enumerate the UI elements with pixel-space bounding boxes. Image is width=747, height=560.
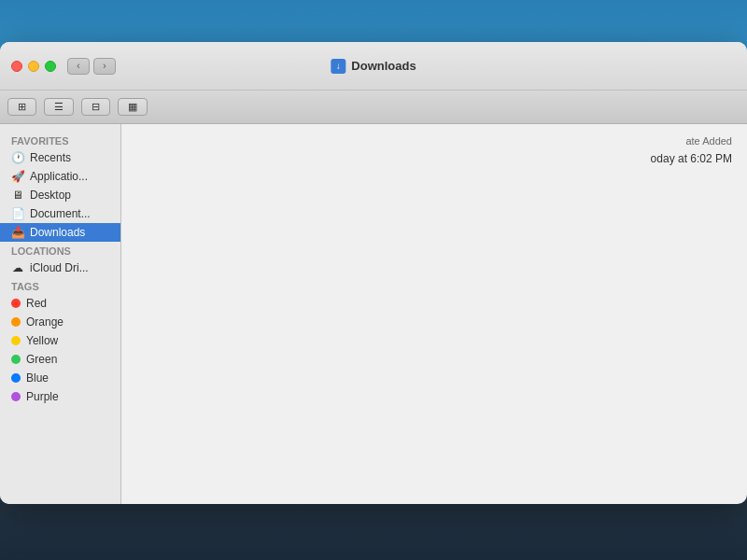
desktop-icon: 🖥 xyxy=(11,189,24,202)
finder-close-button[interactable] xyxy=(11,61,22,72)
finder-window: ‹ › ↓ Downloads ⊞ ☰ ⊟ ▦ Favorites 🕐 Rece… xyxy=(0,42,747,504)
finder-main: ate Added oday at 6:02 PM xyxy=(121,124,747,504)
finder-sidebar: Favorites 🕐 Recents 🚀 Applicatio... 🖥 De… xyxy=(0,124,121,504)
finder-titlebar: ‹ › ↓ Downloads xyxy=(0,42,747,91)
sidebar-item-tag-blue[interactable]: Blue xyxy=(0,369,120,387)
finder-maximize-button[interactable] xyxy=(45,61,56,72)
favorites-section-title: Favorites xyxy=(0,132,120,148)
sidebar-item-desktop[interactable]: 🖥 Desktop xyxy=(0,186,120,204)
tag-dot-purple xyxy=(11,392,21,401)
finder-title: ↓ Downloads xyxy=(331,59,416,74)
tag-dot-green xyxy=(11,355,21,364)
icloud-icon: ☁ xyxy=(11,261,24,274)
sidebar-item-tag-purple[interactable]: Purple xyxy=(0,387,120,406)
toolbar-view-btn-3[interactable]: ⊟ xyxy=(81,98,110,116)
sidebar-item-recents[interactable]: 🕐 Recents xyxy=(0,148,120,167)
recents-icon: 🕐 xyxy=(11,151,24,164)
finder-nav-buttons: ‹ › xyxy=(67,58,116,75)
date-added-value: oday at 6:02 PM xyxy=(129,150,740,167)
tag-dot-yellow xyxy=(11,336,21,345)
tag-dot-red xyxy=(11,299,21,308)
applications-icon: 🚀 xyxy=(11,170,24,183)
toolbar-view-btn-2[interactable]: ☰ xyxy=(44,98,74,116)
finder-traffic-lights xyxy=(11,61,56,72)
documents-icon: 📄 xyxy=(11,207,24,220)
sidebar-item-tag-red[interactable]: Red xyxy=(0,294,120,313)
finder-minimize-button[interactable] xyxy=(28,61,39,72)
sidebar-item-tag-yellow[interactable]: Yellow xyxy=(0,331,120,350)
sidebar-item-tag-orange[interactable]: Orange xyxy=(0,313,120,331)
finder-forward-button[interactable]: › xyxy=(93,58,116,75)
tag-dot-blue xyxy=(11,373,21,383)
locations-section-title: Locations xyxy=(0,242,120,259)
sidebar-item-icloud[interactable]: ☁ iCloud Dri... xyxy=(0,259,120,277)
toolbar-view-btn-1[interactable]: ⊞ xyxy=(7,98,36,116)
sidebar-item-documents[interactable]: 📄 Document... xyxy=(0,204,120,223)
toolbar-view-btn-4[interactable]: ▦ xyxy=(118,98,148,116)
date-added-header: ate Added xyxy=(129,132,740,150)
tags-section-title: Tags xyxy=(0,277,120,294)
finder-back-button[interactable]: ‹ xyxy=(67,58,90,75)
tag-dot-orange xyxy=(11,317,21,327)
finder-content: Favorites 🕐 Recents 🚀 Applicatio... 🖥 De… xyxy=(0,124,747,504)
sidebar-item-applications[interactable]: 🚀 Applicatio... xyxy=(0,167,120,186)
sidebar-item-tag-green[interactable]: Green xyxy=(0,350,120,369)
sidebar-item-downloads[interactable]: 📥 Downloads xyxy=(0,223,120,242)
finder-toolbar: ⊞ ☰ ⊟ ▦ xyxy=(0,91,747,124)
finder-title-icon: ↓ xyxy=(331,59,345,74)
downloads-icon: 📥 xyxy=(11,226,24,239)
